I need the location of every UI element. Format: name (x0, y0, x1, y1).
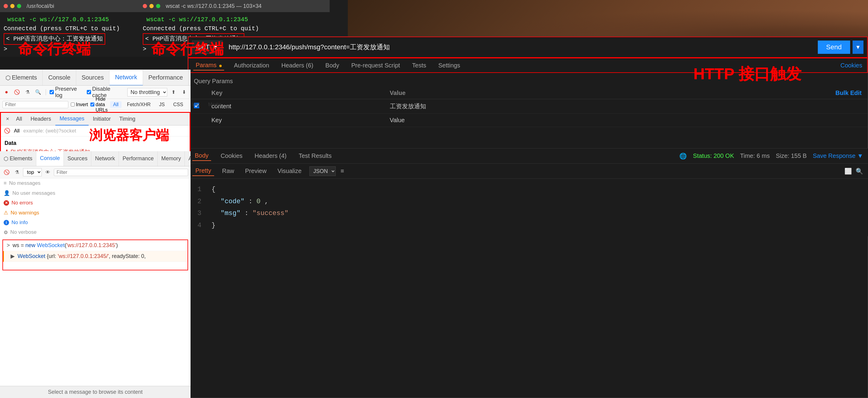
record-btn[interactable]: ● (2, 88, 10, 96)
con-tab-memory[interactable]: Memory (158, 151, 185, 166)
console-filter-btn[interactable]: ⚗ (13, 168, 21, 177)
filter-btn-toolbar[interactable]: ⚗ (23, 88, 31, 96)
resp-tab-test-results[interactable]: Test Results (296, 151, 334, 161)
invert-label[interactable]: Invert (71, 102, 88, 108)
no-info-text: No info (11, 220, 28, 225)
save-response-btn[interactable]: Save Response ▼ (813, 152, 863, 159)
tab-body[interactable]: Body (323, 61, 342, 70)
response-status-bar: 🌐 Status: 200 OK Time: 6 ms Size: 155 B … (679, 152, 863, 160)
filter-fetch-xhr[interactable]: Fetch/XHR (124, 101, 154, 108)
minimize-dot-r[interactable] (149, 4, 154, 8)
preserve-log-checkbox[interactable] (50, 90, 54, 94)
tab-headers[interactable]: Headers (6) (279, 61, 316, 70)
fmt-visualize[interactable]: Visualize (274, 166, 305, 176)
param-key-0[interactable]: content (205, 99, 384, 114)
dt-tab-memory[interactable]: Memory (189, 70, 190, 86)
all-filter-label[interactable]: All (14, 128, 20, 134)
context-selector[interactable]: top (23, 168, 42, 176)
terminal-label-2: 命令行终端 (151, 39, 224, 59)
no-verbose-row: ⚙ No verbose (0, 227, 190, 237)
param-empty-last (654, 114, 868, 127)
filter-all[interactable]: All (110, 101, 122, 108)
fmt-pretty[interactable]: Pretty (192, 166, 214, 176)
no-errors-row: ✕ No errors (0, 198, 190, 208)
throttling-select[interactable]: No throttling (127, 88, 167, 96)
cookies-link[interactable]: Cookies (840, 62, 862, 69)
send-dropdown-arrow[interactable]: ▼ (852, 40, 864, 54)
fmt-preview[interactable]: Preview (242, 166, 270, 176)
detail-tab-timing[interactable]: Timing (115, 113, 140, 125)
url-input[interactable] (225, 40, 815, 54)
filter-media[interactable]: Media (205, 101, 224, 108)
filter-img[interactable]: Img (189, 101, 203, 108)
maximize-dot[interactable] (17, 4, 21, 8)
tab-authorization[interactable]: Authorization (231, 61, 272, 70)
hide-data-urls-label[interactable]: Hide data URLs (90, 96, 108, 113)
clear-btn[interactable]: 🚫 (13, 88, 21, 96)
maximize-dot-r[interactable] (156, 4, 160, 8)
tab-pre-request[interactable]: Pre-request Script (349, 61, 402, 70)
dt-tab-performance[interactable]: Performance (143, 70, 189, 86)
fmt-raw[interactable]: Raw (219, 166, 237, 176)
param-value-placeholder[interactable]: Value (384, 114, 654, 127)
hide-data-urls-checkbox[interactable] (90, 102, 94, 106)
param-key-placeholder[interactable]: Key (205, 114, 384, 127)
tab-settings[interactable]: Settings (436, 61, 462, 70)
console-arrow-2: ▶ (7, 253, 15, 259)
filter-input[interactable] (2, 101, 68, 108)
import-btn[interactable]: ⬆ (170, 88, 178, 96)
dt-tab-console[interactable]: Console (43, 70, 76, 86)
send-button[interactable]: Send (818, 40, 850, 54)
close-dot[interactable] (4, 4, 8, 8)
detail-close-btn[interactable]: × (3, 115, 12, 123)
filter-css[interactable]: CSS (170, 101, 186, 108)
tab-tests[interactable]: Tests (410, 61, 429, 70)
search-icon[interactable]: 🔍 (856, 167, 863, 175)
copy-icon[interactable]: ⬜ (844, 167, 852, 175)
terminal-right-titlebar: wscat -c ws://127.0.0.1:2345 — 103×34 (139, 0, 330, 12)
param-value-0[interactable]: 工资发放通知 (384, 99, 654, 114)
detail-tab-all[interactable]: All (12, 113, 26, 125)
tab-params[interactable]: Params (193, 60, 224, 70)
con-tab-console[interactable]: Console (36, 151, 64, 166)
detail-tab-initiator[interactable]: Initiator (89, 113, 115, 125)
no-warnings-text: No warnings (10, 210, 39, 216)
con-tab-sources[interactable]: Sources (64, 151, 91, 166)
con-tab-application[interactable]: Application (185, 151, 190, 166)
console-clear-btn[interactable]: 🚫 (2, 168, 11, 177)
con-tab-network[interactable]: Network (91, 151, 119, 166)
dt-tab-elements[interactable]: ⬡ Elements (0, 70, 43, 86)
filter-bar: Invert Hide data URLs All Fetch/XHR JS C… (0, 99, 190, 111)
minimize-dot[interactable] (10, 4, 14, 8)
response-body: 1 { 2 "code" : 0 , 3 "msg" : "success" 4… (187, 179, 868, 236)
param-row-0: content 工资发放通知 (188, 99, 868, 114)
con-tab-performance[interactable]: Performance (119, 151, 158, 166)
console-arrow-1: > (7, 242, 10, 248)
console-eye-btn[interactable]: 👁 (43, 168, 52, 177)
console-filter-input[interactable] (54, 169, 188, 176)
dt-tab-sources[interactable]: Sources (76, 70, 110, 86)
close-dot-r[interactable] (143, 4, 147, 8)
resp-tab-cookies[interactable]: Cookies (218, 151, 245, 161)
search-btn-toolbar[interactable]: 🔍 (34, 88, 42, 96)
export-btn[interactable]: ⬇ (180, 88, 188, 96)
detail-tab-messages[interactable]: Messages (55, 113, 89, 125)
format-select[interactable]: JSON (309, 166, 336, 176)
params-dot (219, 65, 222, 67)
detail-tab-headers[interactable]: Headers (26, 113, 55, 125)
filter-js[interactable]: JS (156, 101, 168, 108)
console-line-2: ▶ WebSocket {url: 'ws://127.0.0.1:2345/'… (3, 251, 187, 262)
preserve-log-label[interactable]: Preserve log (50, 86, 84, 99)
list-icon: ≡ (4, 180, 7, 186)
disable-cache-checkbox[interactable] (87, 90, 91, 94)
console-code-2: WebSocket {url: 'ws://127.0.0.1:2345/', … (18, 253, 146, 259)
send-label: Send (826, 43, 842, 51)
browser-client-label: 浏览器客户端 (89, 126, 169, 144)
resp-tab-body[interactable]: Body (192, 151, 211, 161)
resp-tab-headers[interactable]: Headers (4) (252, 151, 289, 161)
filter-icon[interactable]: ≡ (341, 167, 344, 175)
cursor-icon2: ⬡ (4, 155, 8, 162)
invert-checkbox[interactable] (71, 102, 75, 106)
dt-tab-network[interactable]: Network (110, 70, 143, 86)
con-tab-elements[interactable]: ⬡Elements (0, 151, 36, 166)
